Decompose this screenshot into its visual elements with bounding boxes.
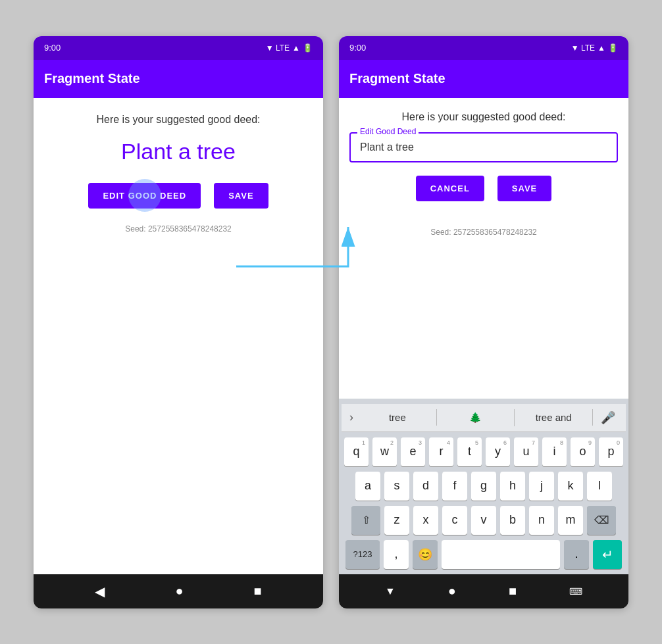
key-f[interactable]: f (442, 472, 467, 501)
nav-bar-right: ▼ ● ■ ⌨ (339, 574, 628, 608)
edit-good-deed-input[interactable] (349, 132, 618, 162)
key-v[interactable]: v (471, 506, 496, 535)
key-period[interactable]: . (564, 540, 589, 569)
key-i[interactable]: 8i (542, 437, 567, 466)
suggestion-emoji-tree[interactable]: 🌲 (437, 409, 515, 426)
suggestion-expand-icon[interactable]: › (344, 410, 359, 424)
key-g[interactable]: g (471, 472, 496, 501)
status-icons-right: ▼ LTE ▲ 🔋 (571, 43, 618, 53)
time-right: 9:00 (349, 43, 366, 53)
edit-good-deed-button[interactable]: EDIT GOOD DEED (88, 183, 201, 209)
keyboard-area: › tree 🌲 tree and 🎤 1q 2w 3e 4r 5t 6y 7u… (339, 399, 628, 574)
key-comma[interactable]: , (384, 540, 409, 569)
key-s[interactable]: s (384, 472, 409, 501)
key-t[interactable]: 5t (457, 437, 482, 466)
edit-field-container: Edit Good Deed (349, 132, 618, 162)
suggested-label-left: Here is your suggested good deed: (96, 114, 260, 126)
status-bar-right: 9:00 ▼ LTE ▲ 🔋 (339, 36, 628, 60)
good-deed-text-left: Plant a tree (121, 139, 236, 164)
signal-icon-right: ▼ LTE (571, 43, 595, 53)
app-title-left: Fragment State (44, 71, 140, 86)
key-n[interactable]: n (529, 506, 554, 535)
key-r[interactable]: 4r (429, 437, 453, 466)
key-row-4: ?123 , 😊 . ↵ (344, 540, 623, 569)
suggested-label-right: Here is your suggested good deed: (401, 111, 565, 123)
key-j[interactable]: j (529, 472, 554, 501)
button-row-right: CANCEL SAVE (416, 176, 552, 201)
keyboard-icon-right[interactable]: ⌨ (569, 586, 582, 597)
save-button-right[interactable]: SAVE (497, 176, 551, 201)
key-a[interactable]: a (355, 472, 380, 501)
nav-bar-left: ◀ ● ■ (34, 574, 323, 608)
left-phone: 9:00 ▼ LTE ▲ 🔋 Fragment State Here is yo… (34, 36, 323, 608)
back-icon-right[interactable]: ▼ (385, 585, 395, 597)
button-row-left: EDIT GOOD DEED SAVE (88, 183, 268, 209)
status-bar-left: 9:00 ▼ LTE ▲ 🔋 (34, 36, 323, 60)
battery-icon-left: 🔋 (303, 43, 313, 53)
key-x[interactable]: x (413, 506, 438, 535)
mic-icon[interactable]: 🎤 (593, 410, 623, 425)
app-bar-left: Fragment State (34, 60, 323, 98)
save-button-left[interactable]: SAVE (214, 183, 268, 209)
key-space[interactable] (442, 540, 560, 569)
key-emoji[interactable]: 😊 (413, 540, 438, 569)
recent-icon-right[interactable]: ■ (509, 583, 517, 599)
key-row-2: a s d f g h j k l (344, 472, 623, 501)
key-w[interactable]: 2w (372, 437, 397, 466)
back-icon-left[interactable]: ◀ (95, 583, 105, 599)
keyboard-rows: 1q 2w 3e 4r 5t 6y 7u 8i 9o 0p a s d f (342, 432, 626, 569)
key-backspace[interactable]: ⌫ (587, 506, 616, 535)
edit-field-label: Edit Good Deed (357, 127, 419, 136)
home-icon-left[interactable]: ● (175, 583, 183, 599)
key-m[interactable]: m (558, 506, 583, 535)
status-icons-left: ▼ LTE ▲ 🔋 (266, 43, 313, 53)
signal-bars-right: ▲ (598, 43, 605, 53)
key-y[interactable]: 6y (486, 437, 510, 466)
cancel-button[interactable]: CANCEL (416, 176, 484, 201)
recent-icon-left[interactable]: ■ (253, 583, 261, 599)
key-123[interactable]: ?123 (345, 540, 380, 569)
arrow-connector (230, 220, 368, 280)
key-u[interactable]: 7u (514, 437, 538, 466)
app-title-right: Fragment State (349, 71, 446, 86)
suggestion-tree[interactable]: tree (359, 409, 437, 426)
key-e[interactable]: 3e (401, 437, 425, 466)
key-z[interactable]: z (384, 506, 409, 535)
key-o[interactable]: 9o (571, 437, 595, 466)
key-h[interactable]: h (500, 472, 525, 501)
key-row-3: ⇧ z x c v b n m ⌫ (344, 506, 623, 535)
battery-icon-right: 🔋 (608, 43, 618, 53)
seed-left: Seed: 2572558365478248232 (125, 224, 232, 234)
suggestion-tree-and[interactable]: tree and (515, 409, 593, 426)
signal-icon-left: ▼ LTE (266, 43, 290, 53)
key-d[interactable]: d (413, 472, 438, 501)
key-l[interactable]: l (587, 472, 612, 501)
key-q[interactable]: 1q (344, 437, 369, 466)
keyboard-suggestions: › tree 🌲 tree and 🎤 (342, 404, 626, 432)
key-row-1: 1q 2w 3e 4r 5t 6y 7u 8i 9o 0p (344, 437, 623, 466)
time-left: 9:00 (44, 43, 61, 53)
content-right: Here is your suggested good deed: Edit G… (339, 98, 628, 399)
key-shift[interactable]: ⇧ (351, 506, 380, 535)
home-icon-right[interactable]: ● (448, 583, 456, 599)
key-b[interactable]: b (500, 506, 525, 535)
key-p[interactable]: 0p (599, 437, 623, 466)
seed-right: Seed: 2572558365478248232 (430, 228, 537, 237)
key-k[interactable]: k (558, 472, 583, 501)
key-c[interactable]: c (442, 506, 467, 535)
signal-bars-left: ▲ (292, 43, 300, 53)
app-bar-right: Fragment State (339, 60, 628, 98)
content-left: Here is your suggested good deed: Plant … (34, 98, 323, 574)
key-enter[interactable]: ↵ (593, 540, 622, 569)
right-phone: 9:00 ▼ LTE ▲ 🔋 Fragment State Here is yo… (339, 36, 628, 608)
